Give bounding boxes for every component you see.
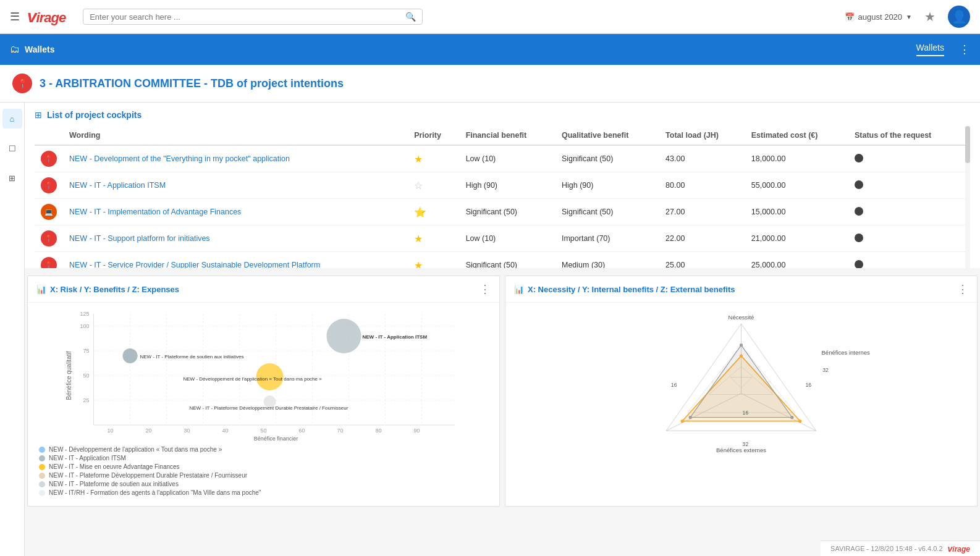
scrollbar-track: [965, 126, 970, 268]
logo-text: virage: [27, 7, 65, 27]
row-wording-4[interactable]: NEW - IT - Support platform for initiati…: [69, 234, 210, 243]
svg-text:80: 80: [375, 428, 381, 434]
col-wording: [35, 126, 63, 145]
y-axis-label: Bénéfice qualitatif: [65, 351, 72, 400]
svg-text:20: 20: [145, 428, 151, 434]
legend-dot-3: [39, 464, 45, 470]
scatter-chart-card: 📊 X: Risk / Y: Benefits / Z: Expenses ⋮ …: [27, 276, 500, 507]
legend-label-2: NEW - IT - Application ITSM: [49, 455, 126, 461]
svg-point-43: [790, 416, 793, 419]
col-cost: Estimated cost (€): [745, 126, 848, 145]
blue-bar-nav-wallets[interactable]: Wallets: [916, 43, 944, 56]
legend-item-6: NEW - IT/RH - Formation des agents à l'a…: [39, 489, 488, 496]
qualitative-5: Medium (30): [555, 252, 659, 269]
status-dot-3: [855, 207, 863, 216]
legend-label-4: NEW - IT - Plateforme Développement Dura…: [49, 472, 247, 479]
priority-star-4: ★: [414, 234, 423, 244]
scatter-chart-more[interactable]: ⋮: [479, 282, 491, 296]
legend-item-4: NEW - IT - Plateforme Développement Dura…: [39, 472, 488, 479]
blue-bar-title: Wallets: [25, 44, 55, 54]
main-content: ⊞ List of project cockpits Wording Prior…: [25, 103, 980, 556]
row-wording-1[interactable]: NEW - Development of the "Everything in …: [69, 154, 290, 163]
scatter-legend: NEW - Développement de l'application « T…: [33, 444, 494, 501]
radar-chart-more[interactable]: ⋮: [957, 282, 968, 296]
calendar-label: august 2020: [858, 12, 903, 22]
hamburger-menu[interactable]: ☰: [10, 10, 20, 23]
page-title: 3 - ARBITRATION COMMITTEE - TDB of proje…: [40, 77, 344, 90]
sidebar-item-grid[interactable]: ⊞: [2, 168, 22, 188]
legend-dot-4: [39, 473, 45, 479]
col-status: Status of the request: [848, 126, 965, 145]
legend-item-3: NEW - IT - Mise en oeuvre Advantage Fina…: [39, 463, 488, 470]
row-wording-3[interactable]: NEW - IT - Implementation of Advantage F…: [69, 208, 241, 216]
bubble-label-2: NEW - Développement de l'application « T…: [184, 376, 323, 382]
status-dot-1: [855, 154, 863, 162]
status-dot-4: [855, 234, 863, 242]
scrollbar-thumb[interactable]: [965, 126, 970, 163]
user-avatar[interactable]: 👤: [948, 6, 970, 28]
row-wording-5[interactable]: NEW - IT - Service Provider / Supplier S…: [69, 261, 320, 268]
cost-2: 55,000.00: [745, 172, 848, 199]
row-icon-2: 📍: [41, 177, 57, 193]
bubble-1: [123, 348, 138, 363]
load-3: 27.00: [659, 199, 745, 225]
sidebar-item-home[interactable]: ⌂: [2, 109, 22, 128]
radar-chart-header: 📊 X: Necessity / Y: Internal benefits / …: [505, 276, 977, 303]
qualitative-3: Significant (50): [555, 199, 659, 225]
bubble-label-1: NEW - IT - Plateforme de soutien aux ini…: [140, 354, 244, 360]
radar-value-16-bottom: 16: [743, 410, 749, 416]
svg-text:50: 50: [260, 428, 266, 434]
cost-5: 25,000.00: [745, 252, 848, 269]
col-wording-label: Wording: [63, 126, 408, 145]
table-section: ⊞ List of project cockpits Wording Prior…: [25, 103, 980, 268]
svg-point-40: [798, 419, 801, 423]
svg-text:40: 40: [222, 428, 228, 434]
row-icon-5: 📍: [41, 257, 57, 268]
load-4: 22.00: [659, 225, 745, 252]
radar-svg: Nécessité Bénéfices internes Bénéfices e…: [510, 308, 972, 468]
scatter-chart-title: X: Risk / Y: Benefits / Z: Expenses: [50, 285, 476, 294]
cost-4: 21,000.00: [745, 225, 848, 252]
blue-bar-more-button[interactable]: ⋮: [959, 43, 970, 56]
blue-bar-nav: Wallets ⋮: [916, 43, 970, 56]
favorites-icon[interactable]: ★: [924, 9, 936, 24]
radar-chart-title: X: Necessity / Y: Internal benefits / Z:…: [528, 285, 953, 294]
row-icon-3: 💻: [41, 204, 57, 220]
svg-text:75: 75: [83, 348, 89, 354]
priority-star-5: ★: [414, 260, 423, 269]
blue-bar: 🗂 Wallets Wallets ⋮: [0, 34, 980, 65]
financial-4: Low (10): [460, 225, 555, 252]
legend-dot-2: [39, 455, 45, 461]
footer: SAVIRAGE - 12/8/20 15:48 - v6.4.0.2 vira…: [821, 541, 980, 556]
legend-item-2: NEW - IT - Application ITSM: [39, 455, 488, 461]
search-icon[interactable]: 🔍: [405, 12, 416, 22]
legend-item-1: NEW - Développement de l'application « T…: [39, 446, 488, 453]
svg-text:Bénéfice financier: Bénéfice financier: [254, 436, 298, 442]
financial-5: Significant (50): [460, 252, 555, 269]
priority-star-2: ☆: [414, 180, 423, 191]
radar-value-16-topleft: 16: [671, 382, 677, 388]
radar-label-right: Bénéfices internes: [822, 349, 871, 356]
row-wording-2[interactable]: NEW - IT - Application ITSM: [69, 181, 166, 190]
legend-dot-5: [39, 481, 45, 487]
svg-point-44: [689, 416, 692, 419]
priority-star-1: ★: [414, 154, 423, 164]
legend-label-3: NEW - IT - Mise en oeuvre Advantage Fina…: [49, 463, 180, 470]
sidebar-item-dialog[interactable]: ☐: [2, 138, 22, 158]
legend-dot-6: [39, 490, 45, 496]
wallet-bar-icon: 🗂: [10, 44, 20, 55]
svg-text:100: 100: [80, 323, 89, 329]
table-header-row: Wording Priority Financial benefit Quali…: [35, 126, 965, 145]
dropdown-icon: ▼: [906, 14, 912, 20]
sidebar: ⌂ ☐ ⊞: [0, 103, 25, 556]
search-input[interactable]: [90, 12, 405, 22]
svg-text:70: 70: [337, 428, 343, 434]
legend-label-5: NEW - IT - Plateforme de soutien aux ini…: [49, 481, 179, 487]
load-2: 80.00: [659, 172, 745, 199]
svg-text:125: 125: [80, 311, 89, 317]
calendar-icon: 📅: [845, 12, 855, 22]
svg-text:25: 25: [83, 397, 89, 403]
calendar-button[interactable]: 📅 august 2020 ▼: [845, 12, 912, 22]
radar-value-16-topright: 16: [806, 382, 812, 388]
page-icon: 📍: [12, 74, 32, 93]
